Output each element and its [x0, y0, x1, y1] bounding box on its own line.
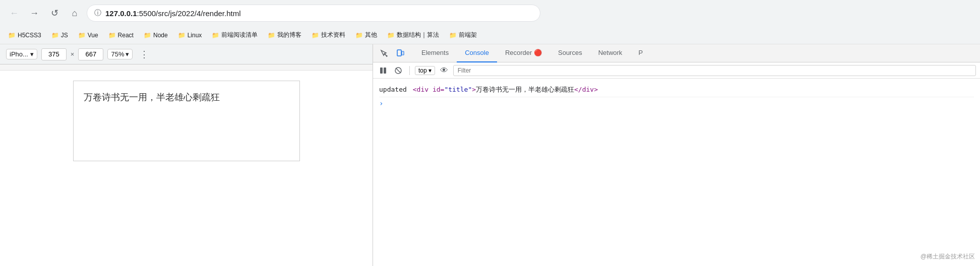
bookmark-label: JS [61, 32, 68, 39]
console-toolbar: top ▾ 👁 [373, 62, 980, 79]
devtools-panel: Elements Console Recorder 🔴 Sources Netw… [373, 44, 980, 266]
zoom-selector[interactable]: 75% ▾ [107, 49, 133, 59]
bookmark-ds[interactable]: 📁 数据结构｜算法 [383, 29, 443, 41]
console-html-open-tag: <div id="title"> [413, 86, 476, 93]
forward-button[interactable]: → [26, 5, 42, 21]
bookmark-vue[interactable]: 📁 Vue [74, 30, 102, 41]
bookmark-react[interactable]: 📁 React [104, 30, 138, 41]
tab-elements[interactable]: Elements [413, 44, 457, 62]
bookmark-linux[interactable]: 📁 Linux [174, 30, 206, 41]
lock-icon: ⓘ [94, 9, 101, 18]
bookmark-label: 其他 [365, 31, 377, 39]
bookmark-frontend-arch[interactable]: 📁 前端架 [445, 29, 481, 41]
dimension-separator: × [71, 50, 75, 58]
svg-rect-0 [397, 50, 401, 56]
svg-rect-2 [380, 68, 383, 74]
folder-icon: 📁 [212, 32, 219, 39]
folder-icon: 📁 [449, 32, 457, 39]
bookmark-label: Node [153, 32, 168, 39]
console-html-close-tag: </div> [574, 86, 598, 93]
browser-chrome: ← → ↺ ⌂ ⓘ 127.0.0.1:5500/src/js/2022/4/r… [0, 0, 980, 266]
tab-network[interactable]: Network [590, 44, 631, 62]
folder-icon: 📁 [51, 32, 59, 39]
bookmark-label: 技术资料 [321, 31, 345, 39]
svg-rect-1 [402, 51, 404, 55]
console-play-button[interactable] [377, 64, 389, 77]
console-clear-button[interactable] [392, 64, 404, 77]
bookmark-label: Linux [188, 32, 202, 39]
chevron-down-icon: ▾ [428, 67, 432, 74]
folder-icon: 📁 [355, 32, 363, 39]
height-input[interactable] [78, 48, 103, 60]
bookmark-label: 前端架 [459, 31, 477, 39]
device-name: iPho... [10, 50, 28, 58]
bookmarks-bar: 📁 H5CSS3 📁 JS 📁 Vue 📁 React 📁 Node 📁 Lin… [0, 26, 980, 44]
tab-recorder[interactable]: Recorder 🔴 [497, 44, 550, 62]
bookmark-label: 前端阅读清单 [221, 31, 258, 39]
inspect-element-button[interactable] [377, 46, 391, 60]
back-button[interactable]: ← [6, 5, 22, 21]
address-text: 127.0.0.1:5500/src/js/2022/4/render.html [105, 9, 241, 18]
context-value: top [418, 67, 427, 74]
scrollbar-area [0, 64, 373, 71]
zoom-value: 75% [111, 50, 124, 58]
width-input[interactable] [41, 48, 67, 60]
bookmark-label: 数据结构｜算法 [397, 31, 439, 39]
chevron-down-icon: ▾ [30, 50, 34, 58]
watermark: @稀土掘金技术社区 [921, 252, 975, 261]
console-separator [409, 66, 410, 75]
devtools-icon-group [377, 46, 407, 60]
browser-viewport: iPho... ▾ × 75% ▾ ⋮ 万卷诗书无一用，半老雄心剩疏狂 [0, 44, 373, 266]
folder-icon: 📁 [178, 32, 186, 39]
chevron-down-icon: ▾ [126, 50, 129, 58]
bookmark-label: H5CSS3 [18, 32, 41, 39]
console-log-html: <div id="title">万卷诗书无一用，半老雄心剩疏狂</div> [413, 85, 598, 95]
console-prompt-arrow: › [379, 99, 383, 107]
bookmark-h5css3[interactable]: 📁 H5CSS3 [4, 30, 45, 41]
bookmark-tech[interactable]: 📁 技术资料 [308, 29, 349, 41]
console-filter-input[interactable] [453, 65, 976, 76]
folder-icon: 📁 [268, 32, 275, 39]
nav-bar: ← → ↺ ⌂ ⓘ 127.0.0.1:5500/src/js/2022/4/r… [0, 0, 980, 26]
bookmark-frontend-reading[interactable]: 📁 前端阅读清单 [208, 29, 262, 41]
folder-icon: 📁 [78, 32, 86, 39]
console-log-row: updated <div id="title">万卷诗书无一用，半老雄心剩疏狂<… [379, 83, 974, 97]
bookmark-label: 我的博客 [277, 31, 301, 39]
home-button[interactable]: ⌂ [67, 5, 83, 21]
address-bar[interactable]: ⓘ 127.0.0.1:5500/src/js/2022/4/render.ht… [87, 5, 540, 22]
device-toolbar: iPho... ▾ × 75% ▾ ⋮ [0, 44, 373, 64]
folder-icon: 📁 [108, 32, 116, 39]
devtools-tabs: Elements Console Recorder 🔴 Sources Netw… [373, 44, 980, 62]
bookmark-label: Vue [88, 32, 98, 39]
folder-icon: 📁 [312, 32, 319, 39]
bookmark-other[interactable]: 📁 其他 [351, 29, 381, 41]
eye-button[interactable]: 👁 [438, 64, 450, 77]
main-area: iPho... ▾ × 75% ▾ ⋮ 万卷诗书无一用，半老雄心剩疏狂 [0, 44, 980, 266]
bookmark-node[interactable]: 📁 Node [140, 30, 172, 41]
reload-button[interactable]: ↺ [46, 5, 63, 21]
folder-icon: 📁 [144, 32, 151, 39]
page-title-text: 万卷诗书无一用，半老雄心剩疏狂 [84, 92, 220, 102]
svg-line-5 [396, 68, 401, 73]
console-output: updated <div id="title">万卷诗书无一用，半老雄心剩疏狂<… [373, 79, 980, 266]
context-selector[interactable]: top ▾ [415, 66, 435, 75]
svg-rect-3 [384, 68, 386, 74]
tab-sources[interactable]: Sources [550, 44, 590, 62]
bookmark-label: React [118, 32, 134, 39]
folder-icon: 📁 [8, 32, 16, 39]
page-content: 万卷诗书无一用，半老雄心剩疏狂 [0, 71, 373, 266]
tab-console[interactable]: Console [457, 44, 497, 62]
folder-icon: 📁 [387, 32, 395, 39]
console-prompt[interactable]: › [379, 97, 974, 109]
console-html-text: 万卷诗书无一用，半老雄心剩疏狂 [476, 86, 574, 93]
tab-more[interactable]: P [630, 44, 651, 62]
page-title-box: 万卷诗书无一用，半老雄心剩疏狂 [73, 81, 300, 161]
console-log-label: updated [379, 85, 407, 95]
bookmark-myblog[interactable]: 📁 我的博客 [264, 29, 305, 41]
more-options-icon[interactable]: ⋮ [140, 49, 149, 60]
bookmark-js[interactable]: 📁 JS [47, 30, 72, 41]
device-toggle-button[interactable] [393, 46, 407, 60]
device-selector[interactable]: iPho... ▾ [6, 49, 37, 59]
